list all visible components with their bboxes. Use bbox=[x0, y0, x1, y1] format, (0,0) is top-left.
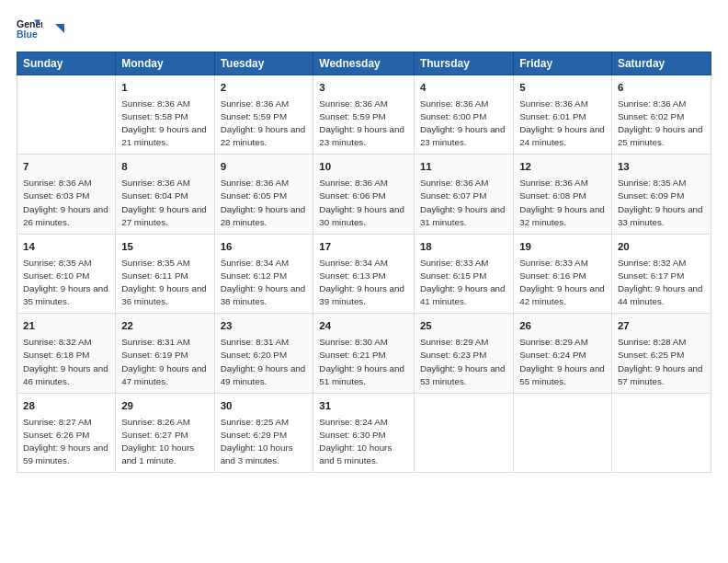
calendar-cell: 9Sunrise: 8:36 AMSunset: 6:05 PMDaylight… bbox=[214, 155, 313, 234]
sunset-text: Sunset: 6:16 PM bbox=[519, 270, 606, 282]
sunset-text: Sunset: 5:59 PM bbox=[319, 110, 408, 123]
page-header: General Blue bbox=[17, 17, 711, 42]
sunrise-text: Sunrise: 8:34 AM bbox=[221, 257, 308, 270]
calendar-cell: 12Sunrise: 8:36 AMSunset: 6:08 PMDayligh… bbox=[514, 155, 612, 234]
sunset-text: Sunset: 6:11 PM bbox=[121, 270, 208, 282]
day-number: 21 bbox=[23, 318, 109, 334]
daylight-text: Daylight: 9 hours and 44 minutes. bbox=[618, 282, 705, 308]
calendar-cell: 16Sunrise: 8:34 AMSunset: 6:12 PMDayligh… bbox=[214, 234, 313, 313]
sunset-text: Sunset: 6:05 PM bbox=[221, 190, 308, 202]
day-info: Sunrise: 8:33 AMSunset: 6:16 PMDaylight:… bbox=[519, 257, 606, 309]
daylight-text: Daylight: 9 hours and 47 minutes. bbox=[121, 362, 208, 388]
calendar-cell: 27Sunrise: 8:28 AMSunset: 6:25 PMDayligh… bbox=[611, 314, 711, 393]
calendar-cell: 10Sunrise: 8:36 AMSunset: 6:06 PMDayligh… bbox=[313, 155, 415, 234]
daylight-text: Daylight: 10 hours and 5 minutes. bbox=[319, 442, 408, 467]
sunset-text: Sunset: 6:06 PM bbox=[319, 190, 408, 202]
daylight-text: Daylight: 9 hours and 55 minutes. bbox=[519, 362, 606, 388]
day-number: 27 bbox=[618, 318, 705, 334]
sunset-text: Sunset: 6:20 PM bbox=[221, 349, 308, 362]
calendar-cell: 5Sunrise: 8:36 AMSunset: 6:01 PMDaylight… bbox=[514, 75, 612, 155]
daylight-text: Daylight: 9 hours and 49 minutes. bbox=[221, 362, 308, 388]
calendar-cell: 1Sunrise: 8:36 AMSunset: 5:58 PMDaylight… bbox=[116, 75, 214, 155]
calendar-week-row: 1Sunrise: 8:36 AMSunset: 5:58 PMDaylight… bbox=[17, 75, 711, 155]
calendar-cell: 19Sunrise: 8:33 AMSunset: 6:16 PMDayligh… bbox=[514, 234, 612, 313]
sunrise-text: Sunrise: 8:28 AM bbox=[618, 336, 705, 349]
calendar-cell: 13Sunrise: 8:35 AMSunset: 6:09 PMDayligh… bbox=[611, 155, 711, 234]
sunrise-text: Sunrise: 8:36 AM bbox=[121, 177, 208, 190]
day-info: Sunrise: 8:28 AMSunset: 6:25 PMDaylight:… bbox=[618, 336, 705, 388]
sunrise-text: Sunrise: 8:29 AM bbox=[519, 336, 606, 349]
sunrise-text: Sunrise: 8:32 AM bbox=[23, 336, 109, 349]
calendar-cell: 25Sunrise: 8:29 AMSunset: 6:23 PMDayligh… bbox=[414, 314, 513, 393]
daylight-text: Daylight: 9 hours and 23 minutes. bbox=[420, 123, 507, 149]
day-number: 15 bbox=[121, 239, 208, 255]
daylight-text: Daylight: 9 hours and 22 minutes. bbox=[221, 123, 308, 149]
daylight-text: Daylight: 9 hours and 59 minutes. bbox=[23, 442, 109, 467]
day-number: 31 bbox=[319, 398, 408, 414]
day-info: Sunrise: 8:36 AMSunset: 6:03 PMDaylight:… bbox=[23, 177, 109, 229]
day-info: Sunrise: 8:36 AMSunset: 5:59 PMDaylight:… bbox=[319, 98, 408, 150]
sunset-text: Sunset: 6:07 PM bbox=[420, 190, 507, 202]
sunrise-text: Sunrise: 8:25 AM bbox=[221, 416, 308, 429]
sunset-text: Sunset: 5:59 PM bbox=[221, 110, 308, 123]
sunset-text: Sunset: 6:18 PM bbox=[23, 349, 109, 362]
sunrise-text: Sunrise: 8:33 AM bbox=[519, 257, 606, 270]
day-number: 14 bbox=[23, 239, 109, 255]
daylight-text: Daylight: 9 hours and 41 minutes. bbox=[420, 282, 507, 308]
day-info: Sunrise: 8:36 AMSunset: 6:08 PMDaylight:… bbox=[519, 177, 606, 229]
calendar-cell bbox=[414, 393, 513, 472]
daylight-text: Daylight: 9 hours and 30 minutes. bbox=[319, 203, 408, 229]
calendar-cell: 20Sunrise: 8:32 AMSunset: 6:17 PMDayligh… bbox=[611, 234, 711, 313]
sunset-text: Sunset: 6:00 PM bbox=[420, 110, 507, 123]
sunset-text: Sunset: 6:03 PM bbox=[23, 190, 109, 202]
day-number: 12 bbox=[519, 159, 606, 175]
sunrise-text: Sunrise: 8:34 AM bbox=[319, 257, 408, 270]
day-info: Sunrise: 8:29 AMSunset: 6:23 PMDaylight:… bbox=[420, 336, 507, 388]
daylight-text: Daylight: 9 hours and 35 minutes. bbox=[23, 282, 109, 308]
sunset-text: Sunset: 6:13 PM bbox=[319, 270, 408, 282]
sunrise-text: Sunrise: 8:26 AM bbox=[121, 416, 208, 429]
sunrise-text: Sunrise: 8:33 AM bbox=[420, 257, 507, 270]
day-info: Sunrise: 8:34 AMSunset: 6:12 PMDaylight:… bbox=[221, 257, 308, 309]
day-info: Sunrise: 8:27 AMSunset: 6:26 PMDaylight:… bbox=[23, 416, 109, 468]
calendar-cell: 28Sunrise: 8:27 AMSunset: 6:26 PMDayligh… bbox=[17, 393, 116, 472]
day-number: 28 bbox=[23, 398, 109, 414]
daylight-text: Daylight: 9 hours and 27 minutes. bbox=[121, 203, 208, 229]
sunset-text: Sunset: 6:08 PM bbox=[519, 190, 606, 202]
daylight-text: Daylight: 9 hours and 38 minutes. bbox=[221, 282, 308, 308]
calendar-cell bbox=[17, 75, 116, 155]
day-info: Sunrise: 8:32 AMSunset: 6:17 PMDaylight:… bbox=[618, 257, 705, 309]
sunrise-text: Sunrise: 8:31 AM bbox=[121, 336, 208, 349]
weekday-header-tuesday: Tuesday bbox=[214, 52, 313, 75]
day-info: Sunrise: 8:25 AMSunset: 6:29 PMDaylight:… bbox=[221, 416, 308, 468]
weekday-header-sunday: Sunday bbox=[17, 52, 116, 75]
calendar-week-row: 21Sunrise: 8:32 AMSunset: 6:18 PMDayligh… bbox=[17, 314, 711, 393]
day-number: 26 bbox=[519, 318, 606, 334]
calendar-cell: 23Sunrise: 8:31 AMSunset: 6:20 PMDayligh… bbox=[214, 314, 313, 393]
day-info: Sunrise: 8:26 AMSunset: 6:27 PMDaylight:… bbox=[121, 416, 208, 468]
day-number: 24 bbox=[319, 318, 408, 334]
weekday-row: SundayMondayTuesdayWednesdayThursdayFrid… bbox=[17, 52, 711, 75]
day-number: 1 bbox=[121, 80, 208, 96]
day-info: Sunrise: 8:29 AMSunset: 6:24 PMDaylight:… bbox=[519, 336, 606, 388]
sunset-text: Sunset: 6:02 PM bbox=[618, 110, 705, 123]
sunset-text: Sunset: 6:17 PM bbox=[618, 270, 705, 282]
day-info: Sunrise: 8:36 AMSunset: 6:04 PMDaylight:… bbox=[121, 177, 208, 229]
calendar-table: SundayMondayTuesdayWednesdayThursdayFrid… bbox=[17, 52, 711, 473]
daylight-text: Daylight: 9 hours and 28 minutes. bbox=[221, 203, 308, 229]
day-info: Sunrise: 8:31 AMSunset: 6:20 PMDaylight:… bbox=[221, 336, 308, 388]
day-info: Sunrise: 8:36 AMSunset: 6:02 PMDaylight:… bbox=[618, 98, 705, 150]
day-number: 22 bbox=[121, 318, 208, 334]
calendar-cell: 14Sunrise: 8:35 AMSunset: 6:10 PMDayligh… bbox=[17, 234, 116, 313]
calendar-cell: 24Sunrise: 8:30 AMSunset: 6:21 PMDayligh… bbox=[313, 314, 415, 393]
sunrise-text: Sunrise: 8:29 AM bbox=[420, 336, 507, 349]
calendar-cell: 6Sunrise: 8:36 AMSunset: 6:02 PMDaylight… bbox=[611, 75, 711, 155]
sunrise-text: Sunrise: 8:30 AM bbox=[319, 336, 408, 349]
sunset-text: Sunset: 6:12 PM bbox=[221, 270, 308, 282]
calendar-header: SundayMondayTuesdayWednesdayThursdayFrid… bbox=[17, 52, 711, 75]
day-info: Sunrise: 8:32 AMSunset: 6:18 PMDaylight:… bbox=[23, 336, 109, 388]
day-info: Sunrise: 8:35 AMSunset: 6:09 PMDaylight:… bbox=[618, 177, 705, 229]
svg-text:Blue: Blue bbox=[17, 29, 38, 40]
sunset-text: Sunset: 6:19 PM bbox=[121, 349, 208, 362]
day-number: 17 bbox=[319, 239, 408, 255]
